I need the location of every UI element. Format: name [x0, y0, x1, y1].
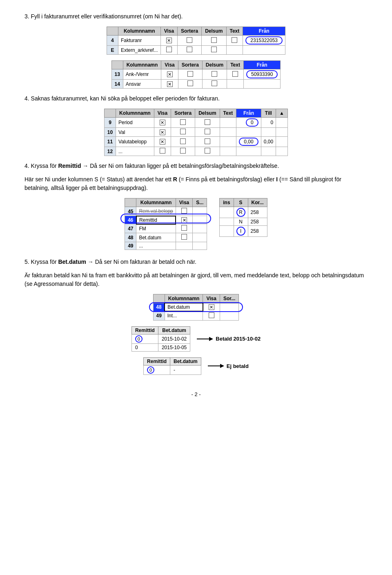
row-fran: 0 — [236, 118, 261, 128]
row-sor — [193, 242, 207, 250]
betald-table-wrap: Remittid Bet.datum 0 2015-10-02 0 — [131, 326, 190, 352]
row-visa: ✕ — [160, 36, 177, 46]
ejbetald-arrow-label: Ej betald — [208, 362, 249, 370]
table-row: 4 Fakturanr ✕ 2315322053 — [107, 36, 285, 46]
row-fran — [243, 46, 285, 55]
row-num: 9 — [105, 118, 116, 128]
row-name: Rem.val.belopp — [136, 207, 176, 216]
row-kor: 258 — [248, 218, 267, 226]
row-fran: 0,00 — [236, 137, 261, 147]
table-row: 49 ... — [125, 242, 207, 250]
row-sortera — [171, 147, 195, 156]
row-name: Period — [116, 118, 154, 128]
page-number: - 2 - — [24, 391, 368, 397]
row-text — [220, 147, 236, 156]
section5-para1: 5. Kryssa för Bet.datum → Då ser Ni om f… — [24, 258, 368, 266]
row-ins — [220, 207, 234, 218]
r-bold: R — [173, 176, 177, 183]
table3: Kolumnnamn Visa Sortera Delsum Text Från… — [104, 109, 288, 156]
table-row: 46 Remittid ✕ — [125, 216, 207, 224]
row-till — [261, 128, 276, 137]
row-num: 4 — [107, 36, 118, 46]
row-s: I — [234, 226, 248, 237]
row-till: 0 — [261, 118, 276, 128]
row-visa: ✕ — [161, 69, 178, 80]
table4-left-table: Kolumnnamn Visa S... 45 Rem.val.belopp — [125, 198, 207, 250]
row-sor — [193, 207, 207, 216]
row-name: Ank-/Vernr — [123, 69, 161, 80]
table-row: 0 2015-10-02 — [131, 334, 190, 343]
table1-container: Kolumnnamn Visa Sortera Delsum Text Från… — [24, 27, 368, 55]
row-sor — [193, 233, 207, 242]
betald-arrow-label: Betald 2015-10-02 — [197, 335, 261, 343]
row-sor — [193, 216, 207, 224]
row-betdatum: 2015-10-02 — [158, 334, 190, 343]
table-row: 0 - — [144, 365, 201, 374]
row-visa: ✕ — [154, 118, 171, 128]
row-name: Bet.datum — [136, 233, 176, 242]
table2: Kolumnnamn Visa Sortera Delsum Text Från… — [111, 60, 281, 89]
row-text — [226, 36, 243, 46]
table-row: 0 2015-10-05 — [131, 343, 190, 351]
row-fran: 50933390 — [243, 69, 280, 80]
row-num: 45 — [125, 207, 136, 216]
betald-container: Remittid Bet.datum 0 2015-10-02 0 — [24, 326, 368, 352]
row-fran: 2315322053 — [243, 36, 285, 46]
ejbetald-table: Remittid Bet.datum 0 - — [143, 357, 201, 375]
row-betdatum: 2015-10-05 — [158, 343, 190, 351]
row-sor — [193, 224, 207, 233]
col-delsum: Delsum — [202, 61, 227, 69]
row-ins — [220, 226, 234, 237]
row-remittid: 0 — [131, 343, 158, 351]
row-sortera — [171, 128, 195, 137]
row-visa — [203, 311, 220, 320]
col-sortera: Sortera — [178, 27, 202, 36]
row-name: Val — [116, 128, 154, 137]
col-visa: Visa — [160, 27, 177, 36]
section5-para2: Är fakturan betald kan Ni ta fram ett ba… — [24, 271, 368, 288]
row-ins — [220, 218, 234, 226]
row-text — [220, 118, 236, 128]
row-num: 47 — [125, 224, 136, 233]
table-row: 49 Int... — [153, 311, 238, 320]
row-text — [227, 80, 244, 89]
section3-heading: 3. Fyll i fakturanumret eller verifikati… — [24, 12, 368, 21]
row-name: Extern_arkivref... — [118, 46, 160, 55]
row-visa — [176, 233, 192, 242]
remittid-bold: Remittid — [58, 163, 81, 169]
arrow-icon — [197, 335, 213, 343]
col-visa: Visa — [203, 294, 220, 303]
col-fran: Från — [236, 109, 261, 118]
svg-marker-3 — [220, 364, 224, 368]
row-sortera — [178, 69, 202, 80]
col-text: Text — [227, 61, 244, 69]
row-name: Remittid — [136, 216, 176, 224]
col-fran: Från — [243, 27, 285, 36]
ejbetald-label: Ej betald — [227, 363, 249, 369]
table2-container: Kolumnnamn Visa Sortera Delsum Text Från… — [24, 60, 368, 89]
row-text — [226, 46, 243, 55]
col-sortera: Sortera — [178, 61, 202, 69]
col-kor: Kor... — [248, 198, 267, 207]
row-num: 48 — [125, 233, 136, 242]
row-scroll — [276, 128, 288, 137]
col-betdatum: Bet.datum — [170, 357, 201, 365]
row-delsum — [202, 46, 226, 55]
col-fran: Från — [243, 61, 280, 69]
arrow-icon — [208, 362, 224, 370]
row-remittid: 0 — [144, 365, 170, 374]
row-name: Valutabelopp — [116, 137, 154, 147]
row-kor: 258 — [248, 226, 267, 237]
col-visa: Visa — [161, 61, 178, 69]
col-visa: Visa — [176, 198, 192, 207]
col-betdatum: Bet.datum — [158, 326, 190, 334]
row-s: R — [234, 207, 248, 218]
row-delsum — [202, 36, 226, 46]
col-ins: ins — [220, 198, 234, 207]
table-row: E Extern_arkivref... — [107, 46, 285, 55]
table-row: 48 Bet.datum ✕ — [153, 303, 238, 311]
betald-label: Betald 2015-10-02 — [216, 336, 261, 342]
table-row: R 258 — [220, 207, 267, 218]
row-visa: ✕ — [154, 128, 171, 137]
row-visa — [176, 224, 192, 233]
